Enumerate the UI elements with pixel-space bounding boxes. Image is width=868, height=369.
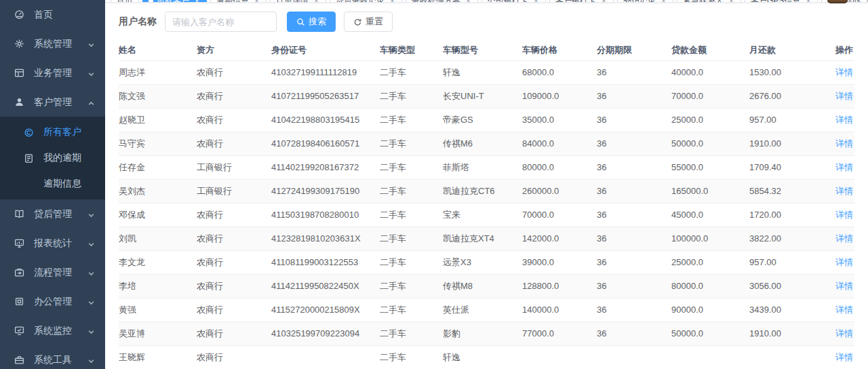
detail-link[interactable]: 详情	[835, 257, 853, 267]
cell-loan: 40000.0	[671, 60, 749, 84]
grid-icon	[14, 68, 24, 79]
table-row: 王晓辉农商行二手车轩逸详情	[119, 345, 854, 369]
cell-type: 二手车	[380, 179, 443, 203]
cell-name: 马守宾	[119, 132, 197, 155]
cell-id: 41142119950822450X	[271, 274, 380, 298]
cell-action: 详情	[817, 155, 854, 179]
detail-link[interactable]: 详情	[835, 115, 853, 125]
detail-link[interactable]: 详情	[835, 352, 853, 362]
sidebar-subitem[interactable]: 所有客户	[0, 119, 105, 145]
search-button-label: 搜索	[309, 16, 326, 28]
cell-funder: 农商行	[197, 322, 271, 345]
sidebar-item-label: 系统监控	[34, 325, 87, 337]
sidebar-item[interactable]: 流程管理	[0, 258, 105, 287]
detail-link[interactable]: 详情	[835, 67, 853, 77]
table-row: 任存金工商银行411402199208167372二手车菲斯塔80000.036…	[119, 155, 854, 179]
sidebar-item[interactable]: 办公管理	[0, 287, 105, 316]
cell-name: 周志洋	[119, 60, 197, 84]
chevron-down-icon	[87, 356, 96, 364]
cell-id: 410422198803195415	[271, 108, 380, 132]
sidebar-subitem[interactable]: 逾期信息	[0, 171, 105, 197]
dashboard-icon	[14, 9, 24, 20]
cell-monthly: 957.00	[749, 108, 817, 132]
cell-funder: 工商银行	[197, 155, 271, 179]
cell-loan: 50000.0	[671, 322, 749, 345]
sidebar-item-label: 系统管理	[34, 38, 87, 50]
cell-price: 260000.0	[522, 179, 597, 203]
detail-link[interactable]: 详情	[835, 328, 853, 338]
cell-price	[522, 345, 597, 369]
sidebar-item[interactable]: 报表统计	[0, 229, 105, 258]
sidebar-item[interactable]: 业务管理	[0, 58, 105, 88]
cell-name: 赵晓卫	[119, 108, 197, 132]
sidebar-item[interactable]: 系统监控	[0, 316, 105, 345]
table-row: 刘凯农商行41232819810203631X二手车凯迪拉克XT4142000.…	[119, 227, 854, 250]
cell-funder: 工商银行	[197, 179, 271, 203]
cell-price: 35000.0	[522, 108, 597, 132]
cell-term: 36	[597, 274, 671, 298]
reset-button[interactable]: 重置	[344, 12, 393, 32]
cell-funder: 农商行	[197, 132, 271, 155]
sidebar-item[interactable]: 系统管理	[0, 29, 105, 58]
cell-name: 黄强	[119, 298, 197, 322]
cell-model: 传祺M6	[443, 132, 522, 155]
cell-funder: 农商行	[197, 203, 271, 227]
detail-link[interactable]: 详情	[835, 233, 853, 244]
cell-monthly: 1530.00	[749, 60, 817, 84]
cell-funder: 农商行	[197, 250, 271, 274]
cell-type: 二手车	[380, 250, 443, 274]
cell-monthly: 3056.00	[749, 274, 817, 298]
table-row: 吴刘杰工商银行412724199309175190二手车凯迪拉克CT626000…	[119, 179, 854, 203]
sidebar-subitem[interactable]: 我的逾期	[0, 145, 105, 171]
notebook-icon	[23, 153, 34, 163]
cell-monthly: 957.00	[749, 250, 817, 274]
cell-loan: 55000.0	[671, 155, 749, 179]
detail-link[interactable]: 详情	[835, 281, 853, 291]
cell-type: 二手车	[380, 84, 443, 108]
cell-term: 36	[597, 227, 671, 250]
search-input[interactable]	[165, 12, 277, 32]
table-row: 黄强农商行41152720000215809X二手车英仕派140000.0369…	[119, 298, 854, 322]
detail-link[interactable]: 详情	[835, 305, 853, 315]
table-row: 李培农商行41142119950822450X二手车传祺M8128800.036…	[119, 274, 854, 298]
table-row: 马守宾农商行410728198406160571二手车传祺M684000.036…	[119, 132, 854, 155]
detail-link[interactable]: 详情	[835, 210, 853, 220]
cell-loan: 70000.0	[671, 84, 749, 108]
sidebar-item[interactable]: 贷后管理	[0, 199, 105, 229]
detail-link[interactable]: 详情	[835, 186, 853, 196]
cell-loan: 165000.0	[671, 179, 749, 203]
sidebar-item[interactable]: 首页	[0, 0, 105, 29]
cell-model: 帝豪GS	[443, 108, 522, 132]
cell-funder: 农商行	[197, 345, 271, 369]
sidebar-item[interactable]: 系统工具	[0, 345, 105, 369]
cell-type: 二手车	[380, 322, 443, 345]
column-header: 贷款金额	[671, 40, 749, 60]
detail-link[interactable]: 详情	[835, 138, 853, 149]
sidebar-subitem-label: 逾期信息	[43, 178, 96, 190]
cell-loan: 25000.0	[671, 108, 749, 132]
table-row: 周志洋农商行410327199111112819二手车轩逸68000.03640…	[119, 60, 854, 84]
cell-funder: 农商行	[197, 274, 271, 298]
column-header: 分期期限	[597, 40, 671, 60]
sidebar-subitem-label: 所有客户	[43, 126, 96, 138]
column-header: 资方	[197, 40, 271, 60]
cell-model: 凯迪拉克CT6	[443, 179, 522, 203]
monitor-check-icon	[14, 326, 24, 336]
sidebar-item-label: 客户管理	[34, 96, 87, 109]
sidebar-submenu: 所有客户我的逾期逾期信息	[0, 117, 105, 199]
sidebar-item-label: 办公管理	[34, 296, 87, 308]
main-content: 首页所有客户×逾期信息×订单详情×贷后催收记录×催收处理方案×公司银行卡×客户银…	[105, 0, 868, 369]
detail-link[interactable]: 详情	[835, 162, 853, 172]
cell-action: 详情	[817, 108, 854, 132]
cell-loan: 50000.0	[671, 132, 749, 155]
sidebar-item[interactable]: 客户管理	[0, 88, 105, 117]
cell-type: 二手车	[380, 274, 443, 298]
reset-button-label: 重置	[366, 16, 383, 28]
cell-type: 二手车	[380, 298, 443, 322]
copyright-icon	[23, 127, 34, 138]
process-icon	[14, 267, 24, 278]
search-button[interactable]: 搜索	[287, 12, 336, 32]
detail-link[interactable]: 详情	[835, 91, 853, 101]
cell-action: 详情	[817, 60, 854, 84]
search-icon	[296, 18, 305, 26]
